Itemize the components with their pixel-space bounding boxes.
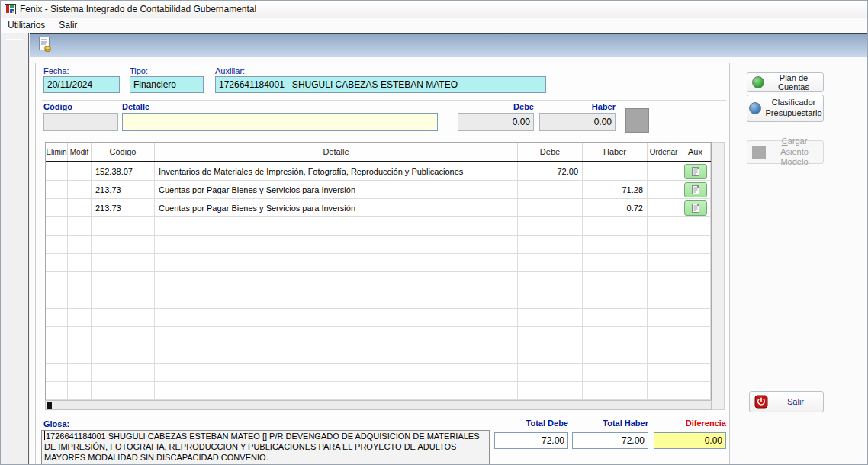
menu-utilitarios[interactable]: Utilitarios <box>1 18 52 32</box>
horizontal-scrollbar-thumb[interactable] <box>47 402 52 409</box>
table-row <box>46 217 711 236</box>
cell-detalle <box>155 254 518 272</box>
cell-debe: 72.00 <box>518 162 583 181</box>
cell-elimin[interactable] <box>46 382 68 400</box>
cell-haber <box>583 345 648 364</box>
cell-aux <box>680 382 711 400</box>
cell-elimin[interactable] <box>46 217 68 236</box>
header-aux: Aux <box>680 143 711 161</box>
cell-elimin[interactable] <box>46 162 68 181</box>
glosa-label: Glosa: <box>43 419 69 428</box>
cell-modif[interactable] <box>68 181 92 199</box>
cell-debe <box>518 236 583 254</box>
cell-detalle <box>155 272 518 290</box>
cell-detalle <box>155 382 518 400</box>
green-sphere-icon <box>752 76 764 88</box>
cell-elimin[interactable] <box>46 309 68 327</box>
cell-modif[interactable] <box>68 162 92 181</box>
haber-input[interactable]: 0.00 <box>539 113 616 131</box>
document-coins-icon <box>37 36 53 56</box>
notepad-icon <box>691 203 700 213</box>
cell-ordenar <box>648 290 680 309</box>
cell-elimin[interactable] <box>46 345 68 364</box>
separator <box>42 100 726 101</box>
codigo-input[interactable] <box>43 113 118 131</box>
cell-debe <box>518 327 583 345</box>
cell-codigo <box>92 364 155 382</box>
cell-modif[interactable] <box>68 254 92 272</box>
cell-modif[interactable] <box>68 236 92 254</box>
cell-aux <box>680 236 711 254</box>
cell-haber: 0.72 <box>583 199 648 217</box>
total-debe-label: Total Debe <box>494 418 568 428</box>
cell-elimin[interactable] <box>46 199 68 217</box>
cell-modif[interactable] <box>68 272 92 290</box>
glosa-textarea[interactable]: 1726641184001 SHUGULI CABEZAS ESTEBAN MA… <box>41 430 490 465</box>
cell-elimin[interactable] <box>46 327 68 345</box>
cell-ordenar <box>648 309 680 327</box>
cell-aux <box>680 254 711 272</box>
cargar-asiento-modelo-button: Cargar Asiento Modelo <box>747 140 824 164</box>
cell-ordenar <box>648 181 680 199</box>
cell-ordenar <box>648 272 680 290</box>
left-splitter-panel[interactable] <box>1 33 29 464</box>
clasificador-presupuestario-button[interactable]: Clasificador Presupuestario <box>747 95 824 122</box>
cell-ordenar <box>648 327 680 345</box>
cell-elimin[interactable] <box>46 181 68 199</box>
total-haber-field: 72.00 <box>572 432 648 449</box>
splitter-grip-icon[interactable] <box>6 37 23 40</box>
cell-modif[interactable] <box>68 309 92 327</box>
cell-elimin[interactable] <box>46 236 68 254</box>
notepad-icon <box>691 166 700 177</box>
detalle-input[interactable] <box>122 113 438 131</box>
cell-modif[interactable] <box>68 290 92 309</box>
cell-haber <box>583 254 648 272</box>
cell-detalle: Cuentas por Pagar Bienes y Servicios par… <box>155 199 518 217</box>
cell-modif[interactable] <box>68 345 92 364</box>
cell-modif[interactable] <box>68 327 92 345</box>
cell-aux <box>680 290 711 309</box>
aux-button[interactable] <box>684 182 707 197</box>
cell-debe <box>518 290 583 309</box>
diferencia-label: Diferencia <box>654 418 726 428</box>
cell-modif[interactable] <box>68 382 92 400</box>
table-row <box>46 327 711 345</box>
aux-button[interactable] <box>684 200 707 216</box>
horizontal-scrollbar[interactable] <box>45 400 712 410</box>
cell-ordenar <box>648 364 680 382</box>
aux-button[interactable] <box>684 164 707 179</box>
add-line-button[interactable] <box>625 108 649 133</box>
table-row: 213.73 Cuentas por Pagar Bienes y Servic… <box>46 199 711 217</box>
cell-haber <box>583 364 648 382</box>
auxiliar-field[interactable]: 1726641184001 SHUGULI CABEZAS ESTEBAN MA… <box>215 76 546 93</box>
app-icon <box>5 4 16 14</box>
cell-elimin[interactable] <box>46 272 68 290</box>
cell-debe <box>518 199 583 217</box>
cell-modif[interactable] <box>68 217 92 236</box>
fecha-field[interactable]: 20/11/2024 <box>43 76 120 93</box>
tipo-field[interactable]: Financiero <box>130 76 204 93</box>
cell-debe <box>518 254 583 272</box>
vertical-scrollbar[interactable] <box>712 142 725 410</box>
cell-detalle: Inventarios de Materiales de Impresión, … <box>155 162 518 181</box>
new-entry-button[interactable] <box>36 37 54 55</box>
cell-debe <box>518 217 583 236</box>
window-title: Fenix - Sistema Integrado de Contabilida… <box>20 4 256 14</box>
header-elimin: Elimin <box>46 143 68 161</box>
header-ordenar: Ordenar <box>648 143 680 161</box>
cell-elimin[interactable] <box>46 364 68 382</box>
table-row: 152.38.07 Inventarios de Materiales de I… <box>46 162 711 181</box>
salir-button[interactable]: Salir <box>749 391 824 412</box>
plan-de-cuentas-button[interactable]: Plan de Cuentas <box>747 72 824 92</box>
menu-salir[interactable]: Salir <box>52 18 84 32</box>
table-row <box>46 236 711 254</box>
cell-ordenar <box>648 217 680 236</box>
cell-elimin[interactable] <box>46 290 68 309</box>
codigo-label: Código <box>43 102 72 111</box>
cell-elimin[interactable] <box>46 254 68 272</box>
debe-input[interactable]: 0.00 <box>458 113 534 131</box>
header-debe: Debe <box>518 143 583 161</box>
workspace: Fecha: 20/11/2024 Tipo: Financiero Auxil… <box>1 33 867 464</box>
cell-modif[interactable] <box>68 364 92 382</box>
cell-modif[interactable] <box>68 199 92 217</box>
